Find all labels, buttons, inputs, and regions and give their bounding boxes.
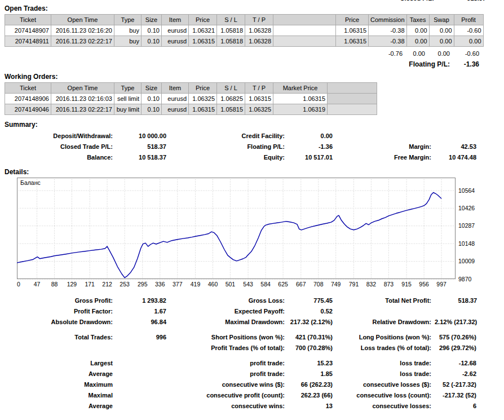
cell: eurusd <box>162 94 189 104</box>
column-header <box>328 83 377 94</box>
table-row: 20741490462016.11.23 02:22:17buy limit0.… <box>5 104 377 115</box>
cell: sell limit <box>114 94 142 104</box>
floating-pl-row: Floating P/L: -1.36 <box>5 59 481 69</box>
cell: 2016.11.23 02:22:17 <box>51 36 114 47</box>
cell: loss trade: <box>334 368 433 379</box>
cell <box>188 48 216 59</box>
svg-text:419: 419 <box>191 281 201 288</box>
cell: consecutive profit (count): <box>168 390 286 400</box>
column-header: Type <box>114 83 142 94</box>
cell: 0.00 <box>454 36 483 47</box>
cell: 1.06325 <box>245 104 273 115</box>
cell: 6 <box>433 400 478 411</box>
cell: 52 (-217.32) <box>433 379 478 390</box>
closed-pl-value: 518.37 <box>467 0 486 2</box>
cell: Total Trades: <box>5 331 114 342</box>
cell: Deposit/Withdrawal: <box>5 130 114 141</box>
column-header: Market Price <box>273 83 328 94</box>
svg-text:0: 0 <box>17 281 20 288</box>
cell: 0.00 <box>404 48 427 59</box>
cell: 0.00 <box>429 36 454 47</box>
cell: Largest <box>5 357 114 368</box>
cell <box>216 48 245 59</box>
cell <box>433 306 479 316</box>
cell: Gross Profit: <box>5 295 114 306</box>
column-header: Open Time <box>51 15 114 25</box>
cell: Profit Factor: <box>5 306 114 316</box>
cell: Equity: <box>168 152 286 162</box>
cell: Maximal <box>5 390 114 400</box>
cell <box>114 390 168 400</box>
column-header: Ticket <box>5 83 51 94</box>
stats-row: Maximumconsecutive wins ($):66 (262.23)c… <box>5 379 478 390</box>
column-header: Open Time <box>51 83 114 94</box>
working-orders-table: TicketOpen TimeTypeSizeItemPriceS / LT /… <box>5 82 377 115</box>
cell: 2074148907 <box>5 25 51 36</box>
cell <box>51 48 114 59</box>
cell: 1.06325 <box>189 94 217 104</box>
cell: eurusd <box>162 36 189 47</box>
cell: -0.38 <box>369 36 407 47</box>
stats-group: Largestprofit trade:15.23loss trade:-12.… <box>5 357 478 411</box>
cell <box>328 94 377 104</box>
cell: Average <box>5 400 114 411</box>
cell: 1.85 <box>286 368 334 379</box>
cell: 1.06825 <box>217 94 245 104</box>
stats-group: Gross Profit:1 293.82Gross Loss:775.45To… <box>5 295 479 327</box>
cell: Credit Facility: <box>168 130 286 141</box>
cell: loss trade: <box>334 357 433 368</box>
svg-text:10426: 10426 <box>458 205 475 211</box>
cell <box>334 130 433 141</box>
svg-text:543: 543 <box>243 281 253 288</box>
cell: 0.10 <box>142 36 162 47</box>
cell: 15.23 <box>286 357 334 368</box>
cell <box>328 104 377 115</box>
cell: 42.53 <box>433 141 478 152</box>
column-header: Price <box>189 83 217 94</box>
cell: 1.06315 <box>245 94 273 104</box>
column-header: Taxes <box>406 15 429 25</box>
working-orders-header-row: TicketOpen TimeTypeSizeItemPriceS / LT /… <box>5 83 377 94</box>
svg-text:873: 873 <box>384 281 394 288</box>
cell <box>5 48 51 59</box>
cell: Absolute Drawdown: <box>5 316 114 327</box>
balance-chart: 9870100091014810287104261056404788129171… <box>17 178 504 293</box>
cell: Margin: <box>334 141 433 152</box>
cell: 1.05818 <box>217 36 245 47</box>
cell <box>273 36 336 47</box>
open-trades-totals-row: -0.760.000.00-0.60 <box>5 48 481 59</box>
column-header: Item <box>162 83 189 94</box>
column-header: S / L <box>217 83 245 94</box>
cell: Balance: <box>5 152 114 162</box>
svg-text:129: 129 <box>67 281 77 288</box>
details-title: Details: <box>5 168 504 176</box>
column-header: Price <box>336 15 369 25</box>
table-row: 20741489112016.11.23 02:22:17buy0.10euru… <box>5 36 484 47</box>
cell: 518.37 <box>114 141 168 152</box>
svg-text:295: 295 <box>138 281 148 288</box>
cell <box>273 25 336 36</box>
cell: Total Net Profit: <box>334 295 433 306</box>
svg-text:460: 460 <box>208 281 218 288</box>
floating-row: Floating P/L: -1.36 <box>5 59 481 69</box>
column-header: T / P <box>245 83 273 94</box>
stats-row: Profit Factor:1.67Expected Payoff:0.52 <box>5 306 479 316</box>
open-trades-table: TicketOpen TimeTypeSizeItemPriceS / LT /… <box>5 14 484 47</box>
column-header: Item <box>162 15 189 25</box>
column-header: T / P <box>245 15 273 25</box>
cell: Maximum <box>5 379 114 390</box>
details-grid: Gross Profit:1 293.82Gross Loss:775.45To… <box>0 295 504 411</box>
svg-text:708: 708 <box>313 281 324 288</box>
cell: 775.45 <box>286 295 334 306</box>
cell: -0.76 <box>368 48 404 59</box>
stats-row: Absolute Drawdown:96.84Maximal Drawdown:… <box>5 316 479 327</box>
cell: 575 (70.26%) <box>433 331 478 342</box>
cell: 2016.11.23 02:16:03 <box>51 94 114 104</box>
cell: 1.06315 <box>189 104 217 115</box>
svg-text:377: 377 <box>173 281 183 288</box>
cell: eurusd <box>162 104 189 115</box>
cell: Average <box>5 368 114 379</box>
cell: profit trade: <box>168 368 286 379</box>
cell: 518.37 <box>433 295 479 306</box>
cell: consecutive wins: <box>168 400 286 411</box>
